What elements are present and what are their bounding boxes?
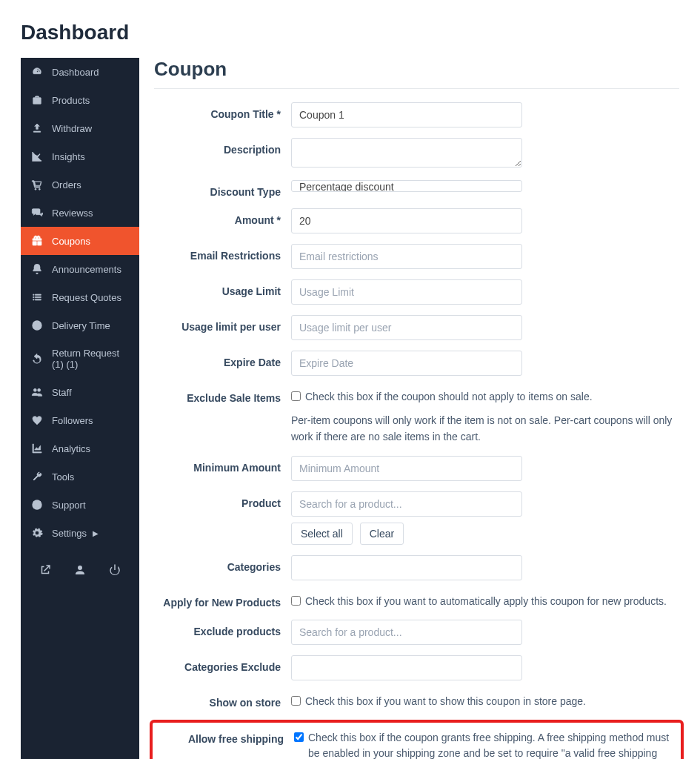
sidebar-item-support[interactable]: Support <box>21 491 139 519</box>
show-on-store-checkbox[interactable] <box>291 696 301 706</box>
sidebar-item-label: Orders <box>52 179 81 190</box>
cart-icon <box>31 179 43 190</box>
wrench-icon <box>31 471 43 483</box>
apply-new-checkbox[interactable] <box>291 596 301 606</box>
apply-new-label: Apply for New Products <box>154 591 291 609</box>
gift-icon <box>31 235 43 247</box>
categories-exclude-input[interactable] <box>291 655 522 680</box>
show-on-store-check-text: Check this box if you want to show this … <box>305 694 586 709</box>
amount-input[interactable] <box>291 208 522 233</box>
sidebar: DashboardProductsWithdrawInsightsOrdersR… <box>21 58 139 759</box>
expire-date-label: Expire Date <box>154 351 291 368</box>
svg-point-2 <box>35 503 39 506</box>
areachart-icon <box>31 443 43 454</box>
sidebar-item-reviewss[interactable]: Reviewss <box>21 199 139 227</box>
chevron-right-icon: ▶ <box>93 529 99 537</box>
sidebar-item-coupons[interactable]: Coupons <box>21 227 139 255</box>
user-icon[interactable] <box>73 563 87 577</box>
sidebar-item-orders[interactable]: Orders <box>21 170 139 199</box>
allow-free-shipping-check-text: Check this box if the coupon grants free… <box>308 730 676 759</box>
minimum-amount-input[interactable] <box>291 456 522 481</box>
sidebar-item-label: Tools <box>52 471 74 483</box>
sidebar-item-label: Followers <box>52 415 93 426</box>
sidebar-item-label: Coupons <box>52 236 90 247</box>
expire-date-input[interactable] <box>291 351 522 376</box>
sidebar-item-label: Insights <box>52 151 85 162</box>
sidebar-item-announcements[interactable]: Announcements <box>21 255 139 283</box>
briefcase-icon <box>31 94 43 106</box>
sidebar-item-delivery-time[interactable]: Delivery Time <box>21 311 139 339</box>
categories-exclude-label: Categories Exclude <box>154 655 291 673</box>
sidebar-item-tools[interactable]: Tools <box>21 463 139 491</box>
description-label: Description <box>154 138 291 156</box>
list-icon <box>31 291 43 303</box>
power-icon[interactable] <box>108 563 121 577</box>
main-content: Coupon Coupon Title * Description Discou… <box>154 58 679 759</box>
exclude-sale-check-text: Check this box if the coupon should not … <box>305 389 593 405</box>
usage-limit-input[interactable] <box>291 279 522 305</box>
external-link-icon[interactable] <box>39 563 52 577</box>
gear-icon <box>31 527 43 539</box>
comments-icon <box>31 207 43 219</box>
coupon-title-label: Coupon Title * <box>154 102 291 120</box>
bell-icon <box>31 263 43 275</box>
sidebar-item-settings[interactable]: Settings▶ <box>21 519 139 547</box>
sidebar-item-label: Announcements <box>52 264 121 275</box>
sidebar-item-label: Request Quotes <box>52 292 121 303</box>
section-title: Coupon <box>154 58 679 89</box>
usage-limit-per-user-input[interactable] <box>291 315 522 340</box>
upload-icon <box>31 122 43 134</box>
sidebar-item-label: Delivery Time <box>52 320 110 331</box>
undo-icon <box>31 353 43 365</box>
sidebar-item-label: Withdraw <box>52 123 92 134</box>
discount-type-select[interactable]: Percentage discount <box>291 180 522 192</box>
sidebar-item-label: Analytics <box>52 443 90 454</box>
sidebar-item-products[interactable]: Products <box>21 86 139 114</box>
page-title: Dashboard <box>21 21 679 44</box>
email-restrictions-label: Email Restrictions <box>154 244 291 262</box>
product-label: Product <box>154 491 291 509</box>
categories-label: Categories <box>154 555 291 573</box>
sidebar-item-label: Support <box>52 500 86 511</box>
sidebar-item-request-quotes[interactable]: Request Quotes <box>21 283 139 311</box>
exclude-sale-checkbox[interactable] <box>291 391 301 401</box>
sidebar-item-insights[interactable]: Insights <box>21 142 139 170</box>
sidebar-item-label: Return Request (1) (1) <box>52 348 129 370</box>
clear-button[interactable]: Clear <box>360 523 404 545</box>
email-restrictions-input[interactable] <box>291 244 522 269</box>
sidebar-item-withdraw[interactable]: Withdraw <box>21 114 139 142</box>
product-search-input[interactable] <box>291 491 522 517</box>
users-icon <box>31 386 43 398</box>
gauge-icon <box>31 66 43 78</box>
description-input[interactable] <box>291 138 522 168</box>
lifering-icon <box>31 499 43 511</box>
clock-icon <box>31 319 43 331</box>
linechart-icon <box>31 150 43 162</box>
categories-input[interactable] <box>291 555 522 580</box>
sidebar-item-followers[interactable]: Followers <box>21 406 139 434</box>
allow-free-shipping-highlight: Allow free shipping Check this box if th… <box>150 720 684 759</box>
coupon-title-input[interactable] <box>291 102 522 127</box>
allow-free-shipping-label: Allow free shipping <box>157 727 294 745</box>
show-on-store-label: Show on store <box>154 691 291 709</box>
amount-label: Amount * <box>154 208 291 226</box>
sidebar-item-dashboard[interactable]: Dashboard <box>21 58 139 86</box>
sidebar-item-return-request-1-1-[interactable]: Return Request (1) (1) <box>21 339 139 378</box>
sidebar-item-staff[interactable]: Staff <box>21 378 139 406</box>
minimum-amount-label: Minimum Amount <box>154 456 291 474</box>
usage-limit-label: Usage Limit <box>154 279 291 297</box>
exclude-sale-label: Exclude Sale Items <box>154 386 291 404</box>
sidebar-item-label: Reviewss <box>52 208 93 219</box>
sidebar-item-label: Settings <box>52 528 87 539</box>
sidebar-item-label: Staff <box>52 387 72 398</box>
discount-type-label: Discount Type <box>154 180 291 198</box>
usage-limit-per-user-label: Usage limit per user <box>154 315 291 333</box>
apply-new-check-text: Check this box if you want to automatica… <box>305 594 667 609</box>
select-all-button[interactable]: Select all <box>291 523 353 545</box>
allow-free-shipping-checkbox[interactable] <box>294 732 304 742</box>
sidebar-item-label: Dashboard <box>52 67 99 78</box>
exclude-products-label: Exclude products <box>154 620 291 637</box>
sidebar-item-label: Products <box>52 95 90 106</box>
sidebar-item-analytics[interactable]: Analytics <box>21 434 139 463</box>
exclude-products-input[interactable] <box>291 620 522 645</box>
